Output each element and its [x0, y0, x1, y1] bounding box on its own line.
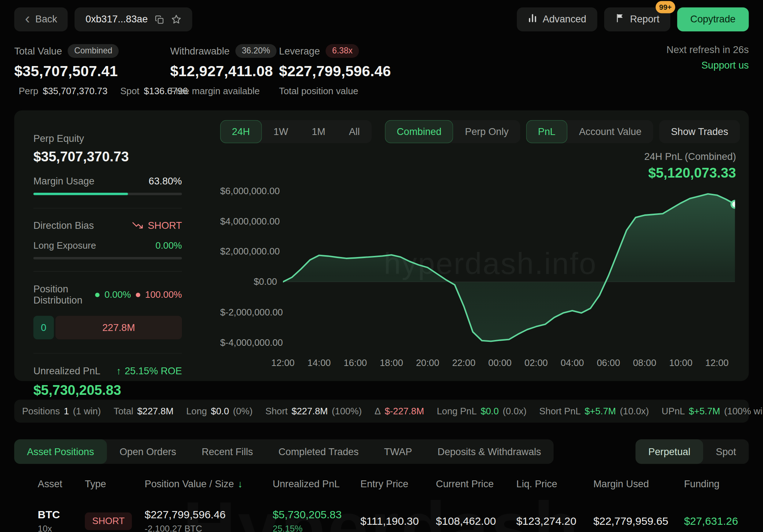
- tab-deposits-withdrawals[interactable]: Deposits & Withdrawals: [425, 440, 554, 464]
- x-axis-tick-label: 16:00: [344, 358, 367, 369]
- withdrawable-value: $12,927,411.08: [170, 63, 279, 79]
- flag-icon: [615, 13, 624, 26]
- summary-delta: Δ $-227.8M: [375, 406, 424, 417]
- total-value: $35,707,507.41: [14, 63, 170, 79]
- table-row[interactable]: BTC 10x SHORT $227,799,596.46 -2,100.27 …: [38, 509, 749, 532]
- tab-recent-fills[interactable]: Recent Fills: [189, 440, 266, 464]
- tab-account-value[interactable]: Account Value: [567, 120, 653, 143]
- distribution-bar: 0 227.8M: [33, 316, 182, 339]
- summary-value: 1: [64, 406, 69, 417]
- tab-perp-only[interactable]: Perp Only: [453, 120, 520, 143]
- summary-value: $227.8M: [292, 406, 328, 417]
- chart-plot-area[interactable]: [283, 185, 735, 352]
- col-asset[interactable]: Asset: [38, 479, 85, 490]
- col-margin-used[interactable]: Margin Used: [593, 479, 684, 490]
- position-distribution-label: Position Distribution: [33, 284, 95, 306]
- notification-count-badge: 99+: [656, 1, 675, 13]
- perp-equity-label: Perp Equity: [33, 133, 182, 144]
- table-header-row: Asset Type Position Value / Size ↓ Unrea…: [38, 479, 749, 490]
- summary-long-pnl: Long PnL $0.0 (0.0x): [437, 406, 527, 417]
- perp-value: $35,707,370.73: [43, 86, 107, 97]
- cell-type: SHORT: [85, 513, 145, 530]
- tab-completed-trades[interactable]: Completed Trades: [266, 440, 371, 464]
- summary-label: Long PnL: [437, 406, 477, 417]
- pnl-chart: hyperdash.info $6,000,000.00$4,000,000.0…: [220, 181, 740, 369]
- pnl-value: $5,120,073.33: [220, 165, 736, 181]
- summary-short-pnl: Short PnL $+5.7M (10.0x): [539, 406, 649, 417]
- summary-extra: (0%): [233, 406, 253, 417]
- metric-tabs: PnL Account Value: [526, 120, 653, 143]
- support-us-link[interactable]: Support us: [667, 60, 749, 71]
- summary-value: $227.8M: [137, 406, 173, 417]
- tab-asset-positions[interactable]: Asset Positions: [14, 440, 106, 464]
- tab-combined[interactable]: Combined: [385, 120, 453, 143]
- withdrawable-sub: Free margin available: [170, 86, 260, 97]
- last-point-marker: [731, 201, 735, 208]
- leverage-badge: 6.38x: [326, 44, 359, 58]
- tab-1w[interactable]: 1W: [262, 120, 300, 143]
- margin-usage-track: [33, 193, 182, 195]
- topbar: ‹ Back 0xb317...83ae Advanced: [0, 0, 763, 31]
- tab-open-orders[interactable]: Open Orders: [107, 440, 189, 464]
- summary-value: $0.0: [211, 406, 229, 417]
- liq-price: $123,274.20: [516, 515, 593, 528]
- col-position-value[interactable]: Position Value / Size ↓: [145, 479, 273, 490]
- cell-position-value: $227,799,596.46 -2,100.27 BTC: [145, 509, 273, 532]
- col-type[interactable]: Type: [85, 479, 145, 490]
- withdrawable-label: Withdrawable: [170, 45, 230, 57]
- refresh-countdown: Next refresh in 26s: [667, 44, 749, 55]
- tab-all[interactable]: All: [337, 120, 371, 143]
- tab-spot[interactable]: Spot: [703, 440, 749, 464]
- show-trades-button[interactable]: Show Trades: [659, 120, 740, 143]
- market-type-tabs: Perpetual Spot: [636, 440, 749, 464]
- summary-extra: (100% win): [724, 406, 763, 417]
- direction-bias-section: Direction Bias SHORT Long Exposure 0.00%: [33, 209, 182, 272]
- sort-desc-icon[interactable]: ↓: [238, 479, 243, 490]
- pnl-title: 24H PnL (Combined): [220, 151, 736, 162]
- star-icon[interactable]: [171, 14, 182, 25]
- x-axis-tick-label: 18:00: [380, 358, 403, 369]
- summary-extra: (0.0x): [503, 406, 527, 417]
- col-unrealized-pnl[interactable]: Unrealized PnL: [272, 479, 360, 490]
- back-button[interactable]: ‹ Back: [14, 7, 68, 31]
- col-entry-price[interactable]: Entry Price: [361, 479, 436, 490]
- tab-perpetual[interactable]: Perpetual: [636, 440, 703, 464]
- x-axis-tick-label: 22:00: [452, 358, 476, 369]
- mode-tabs: Combined Perp Only: [385, 120, 520, 143]
- leverage-label: Leverage: [279, 45, 320, 57]
- tab-24h[interactable]: 24H: [220, 120, 262, 143]
- tab-1m[interactable]: 1M: [300, 120, 337, 143]
- report-label: Report: [630, 14, 659, 25]
- current-price: $108,462.00: [436, 515, 516, 528]
- summary-short: Short $227.8M (100%): [265, 406, 362, 417]
- copy-icon[interactable]: [154, 14, 164, 24]
- advanced-label: Advanced: [543, 14, 587, 25]
- chart-controls: 24H 1W 1M All Combined Perp Only PnL Acc…: [220, 120, 740, 143]
- topbar-left: ‹ Back 0xb317...83ae: [14, 7, 192, 31]
- position-size: -2,100.27 BTC: [145, 524, 273, 532]
- stat-withdrawable: Withdrawable 36.20% $12,927,411.08 Free …: [170, 44, 279, 97]
- copytrade-button[interactable]: Copytrade: [677, 7, 749, 31]
- address-pill[interactable]: 0xb317...83ae: [75, 7, 192, 31]
- app-root: ‹ Back 0xb317...83ae Advanced: [0, 0, 763, 532]
- col-liq-price[interactable]: Liq. Price: [516, 479, 593, 490]
- summary-extra: (100%): [332, 406, 362, 417]
- advanced-button[interactable]: Advanced: [517, 7, 597, 31]
- stats-row: Total Value Combined $35,707,507.41 Perp…: [0, 31, 763, 97]
- asset-leverage: 10x: [38, 524, 85, 532]
- col-funding[interactable]: Funding: [684, 479, 749, 490]
- summary-label: Short: [265, 406, 288, 417]
- tab-pnl[interactable]: PnL: [526, 120, 567, 143]
- stats-right: Next refresh in 26s Support us: [667, 44, 749, 71]
- tab-twap[interactable]: TWAP: [371, 440, 425, 464]
- short-badge: SHORT: [85, 513, 132, 530]
- spot-label: Spot: [120, 86, 139, 97]
- long-exposure-track: [33, 257, 182, 260]
- withdrawable-badge: 36.20%: [235, 44, 276, 58]
- short-percentage: 100.00%: [145, 289, 182, 300]
- direction-bias-label: Direction Bias: [33, 221, 94, 232]
- unrealized-pnl-section: Unrealized PnL ↑ 25.15% ROE $5,730,205.8…: [33, 354, 182, 398]
- positions-table: Asset Type Position Value / Size ↓ Unrea…: [14, 479, 749, 532]
- col-current-price[interactable]: Current Price: [436, 479, 516, 490]
- y-axis-tick-label: $6,000,000.00: [220, 186, 277, 197]
